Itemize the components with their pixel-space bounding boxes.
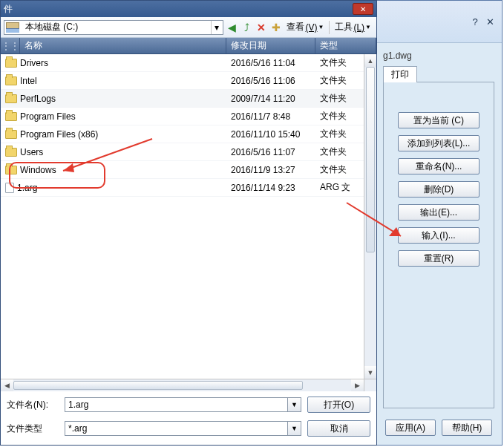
tools-menu-label: 工具 (335, 21, 353, 33)
apply-button[interactable]: 应用(A) (385, 420, 436, 436)
chevron-down-icon[interactable]: ▾ (211, 21, 221, 34)
filename-combobox[interactable]: ▼ (65, 397, 301, 412)
file-row[interactable]: Drivers2016/5/16 11:04文件夹 (1, 54, 376, 72)
back-icon[interactable]: ◀ (225, 21, 238, 34)
view-menu[interactable]: 查看 (V) ▼ (284, 21, 326, 33)
print-bottom-buttons: 应用(A) 帮助(H) (376, 420, 502, 436)
file-dialog-footer: 文件名(N): ▼ 打开(O) 文件类型 ▼ 取消 (1, 391, 376, 445)
folder-icon (5, 59, 17, 68)
filetype-combobox[interactable]: ▼ (65, 421, 301, 436)
cell-date: 2016/5/16 11:06 (226, 76, 315, 86)
folder-icon (5, 130, 17, 139)
print-dialog-body: g1.dwg 打印 置为当前 (C) 添加到列表(L)... 重命名(N)...… (376, 43, 502, 445)
cell-name: Drivers (1, 58, 226, 68)
cell-name: PerfLogs (1, 94, 226, 104)
import-button[interactable]: 输入(I)... (398, 227, 480, 244)
cell-name: Intel (1, 76, 226, 86)
scroll-right-icon[interactable]: ▶ (351, 379, 364, 391)
path-text: 本地磁盘 (C:) (25, 21, 78, 33)
rename-button[interactable]: 重命名(N)... (398, 158, 480, 174)
help-button[interactable]: 帮助(H) (442, 420, 492, 436)
close-icon[interactable]: ✕ (484, 16, 496, 27)
tools-menu[interactable]: 工具 (L) ▼ (333, 21, 373, 33)
help-icon[interactable]: ? (469, 16, 481, 27)
reset-button[interactable]: 重置(R) (398, 250, 480, 267)
view-menu-label: 查看 (287, 21, 304, 33)
set-current-button[interactable]: 置为当前 (C) (398, 112, 480, 128)
file-row[interactable]: Program Files (x86)2016/11/10 15:40文件夹 (1, 125, 376, 143)
print-tab[interactable]: 打印 (383, 66, 417, 82)
hscroll-track[interactable] (13, 379, 351, 391)
filename-input[interactable] (65, 397, 288, 412)
cell-name: Windows (1, 165, 226, 175)
file-name: Drivers (20, 58, 48, 68)
file-name: Intel (20, 76, 37, 86)
folder-icon (5, 112, 17, 121)
cell-date: 2016/11/10 15:40 (226, 129, 315, 140)
file-row[interactable]: Program Files2016/11/7 8:48文件夹 (1, 108, 376, 125)
filetype-input[interactable] (65, 421, 288, 436)
file-row[interactable]: PerfLogs2009/7/14 11:20文件夹 (1, 90, 376, 108)
scroll-up-icon[interactable]: ▲ (364, 54, 376, 67)
chevron-down-icon[interactable]: ▼ (288, 397, 301, 412)
close-icon[interactable]: ✕ (353, 3, 373, 15)
scrollbar-corner (364, 379, 376, 391)
delete-icon[interactable]: ✕ (255, 21, 268, 34)
cell-name: 1.arg (1, 183, 226, 193)
cell-date: 2009/7/14 11:20 (226, 94, 315, 104)
file-list-body[interactable]: Drivers2016/5/16 11:04文件夹Intel2016/5/16 … (1, 54, 376, 379)
hscroll-thumb[interactable] (13, 381, 303, 390)
vertical-scrollbar[interactable]: ▲ ▼ (364, 54, 376, 379)
folder-icon (5, 148, 17, 157)
file-row[interactable]: Users2016/5/16 11:07文件夹 (1, 143, 376, 161)
chevron-down-icon: ▼ (318, 24, 324, 30)
file-dialog-titlebar: 件 ✕ (1, 1, 376, 17)
up-folder-icon[interactable]: ⤴ (240, 21, 253, 34)
cell-date: 2016/11/14 9:23 (226, 183, 315, 193)
cell-name: Users (1, 147, 226, 157)
file-name: Program Files (20, 111, 76, 122)
delete-button[interactable]: 删除(D) (398, 181, 480, 198)
file-row[interactable]: 1.arg2016/11/14 9:23ARG 文 (1, 179, 376, 197)
cell-date: 2016/5/16 11:04 (226, 58, 315, 68)
file-name: Program Files (x86) (20, 129, 98, 140)
file-name: Windows (20, 165, 56, 175)
chevron-down-icon: ▼ (365, 24, 371, 30)
row-handle-header[interactable]: ⋮⋮ (1, 38, 20, 53)
cell-date: 2016/11/7 8:48 (226, 111, 315, 122)
toolbar-separator (329, 21, 330, 34)
scroll-thumb[interactable] (366, 67, 375, 252)
file-dialog-title: 件 (4, 3, 13, 16)
folder-icon (5, 76, 17, 85)
cell-date: 2016/11/9 13:27 (226, 165, 315, 175)
cell-name: Program Files (1, 111, 226, 122)
drive-icon (6, 22, 19, 33)
file-row[interactable]: Windows2016/11/9 13:27文件夹 (1, 161, 376, 179)
file-list: ⋮⋮ 名称 修改日期 类型 Drivers2016/5/16 11:04文件夹I… (1, 38, 376, 379)
folder-icon (5, 94, 17, 103)
current-file-label: g1.dwg (383, 50, 494, 61)
new-folder-icon[interactable]: ✚ (269, 21, 283, 34)
cancel-button[interactable]: 取消 (307, 420, 370, 437)
file-name: Users (20, 147, 43, 157)
col-type-header[interactable]: 类型 (315, 38, 376, 53)
file-name: 1.arg (17, 183, 37, 193)
export-button[interactable]: 输出(E)... (398, 204, 480, 221)
open-button[interactable]: 打开(O) (307, 397, 370, 413)
file-row[interactable]: Intel2016/5/16 11:06文件夹 (1, 72, 376, 90)
file-name: PerfLogs (20, 94, 56, 104)
file-icon (5, 183, 14, 193)
col-date-header[interactable]: 修改日期 (226, 38, 315, 53)
add-to-list-button[interactable]: 添加到列表(L)... (398, 135, 480, 151)
tools-menu-key: (L) (353, 22, 364, 33)
file-dialog-toolbar: 本地磁盘 (C:) ▾ ◀ ⤴ ✕ ✚ 查看 (V) ▼ 工具 (L) ▼ (1, 17, 376, 38)
filetype-label: 文件类型 (7, 422, 59, 435)
chevron-down-icon[interactable]: ▼ (288, 421, 301, 436)
print-settings-dialog: ? ✕ g1.dwg 打印 置为当前 (C) 添加到列表(L)... 重命名(N… (375, 0, 503, 446)
scroll-down-icon[interactable]: ▼ (364, 366, 376, 379)
horizontal-scrollbar[interactable]: ◀ ▶ (1, 379, 376, 391)
path-combobox[interactable]: 本地磁盘 (C:) ▾ (4, 20, 223, 35)
view-menu-key: (V) (305, 22, 317, 33)
col-name-header[interactable]: 名称 (20, 38, 226, 53)
scroll-left-icon[interactable]: ◀ (1, 379, 13, 391)
